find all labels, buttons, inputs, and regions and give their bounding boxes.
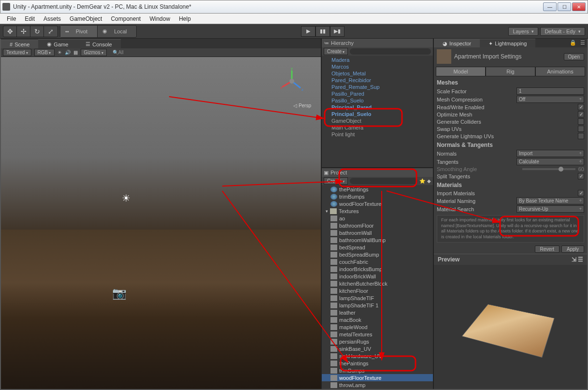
- project-item[interactable]: trimBumps: [322, 367, 433, 374]
- hierarchy-item[interactable]: Marcos: [322, 63, 433, 70]
- project-item[interactable]: persianRugs: [322, 338, 433, 345]
- pivot-toggle[interactable]: ••Pivot: [60, 26, 98, 37]
- hierarchy-item[interactable]: Main Camera: [322, 124, 433, 131]
- tab-animations[interactable]: Animations: [535, 67, 585, 76]
- tab-rig[interactable]: Rig: [486, 67, 535, 76]
- inspector-lock-icon[interactable]: 🔒: [568, 39, 578, 47]
- menu-help[interactable]: Help: [175, 14, 195, 23]
- inspector-menu-icon[interactable]: ☰: [578, 39, 587, 47]
- menu-file[interactable]: File: [3, 14, 20, 23]
- project-item[interactable]: bedSpread: [322, 244, 433, 251]
- minimize-button[interactable]: —: [543, 2, 557, 11]
- project-item[interactable]: indoorBricksBump: [322, 265, 433, 273]
- menu-gameobject[interactable]: GameObject: [66, 14, 106, 23]
- scene-audio-toggle[interactable]: 🔊: [65, 50, 71, 55]
- mesh-compression-dropdown[interactable]: Off: [516, 96, 584, 103]
- local-toggle[interactable]: ◉Local: [98, 26, 136, 37]
- hierarchy-item[interactable]: Objetos_Metal: [322, 70, 433, 77]
- light-gizmo-icon[interactable]: ☀: [122, 192, 130, 204]
- close-button[interactable]: ✕: [572, 2, 586, 11]
- tab-game[interactable]: ◉ Game: [38, 39, 77, 48]
- swap-uvs-checkbox[interactable]: [578, 126, 584, 132]
- move-tool[interactable]: ✢: [17, 26, 30, 37]
- orientation-gizmo[interactable]: y x z: [277, 67, 306, 96]
- project-item[interactable]: indoorBrickWall: [322, 273, 433, 280]
- apply-button[interactable]: Apply: [561, 246, 584, 253]
- menu-component[interactable]: Component: [107, 14, 144, 23]
- project-item[interactable]: trimBumps: [322, 193, 433, 200]
- maximize-button[interactable]: ☐: [558, 2, 571, 11]
- project-item[interactable]: throwLamp: [322, 381, 433, 389]
- hierarchy-item[interactable]: Pared_Recibidor: [322, 77, 433, 84]
- project-item[interactable]: woodFloorTexture: [322, 374, 433, 381]
- tangents-dropdown[interactable]: Calculate: [516, 158, 584, 165]
- project-create[interactable]: Create: [324, 177, 348, 185]
- hierarchy-search[interactable]: [350, 48, 431, 55]
- hierarchy-item[interactable]: Principal_Suelo: [322, 111, 433, 117]
- preview-header[interactable]: Preview⇲ ☰: [434, 254, 587, 265]
- preview-viewport[interactable]: [434, 265, 587, 389]
- hierarchy-item[interactable]: Pasillo_Pared: [322, 90, 433, 97]
- optimize-mesh-checkbox[interactable]: [578, 111, 584, 117]
- generate-colliders-checkbox[interactable]: [578, 118, 584, 125]
- scale-tool[interactable]: ⤢: [44, 26, 57, 37]
- hierarchy-item[interactable]: Madera: [322, 57, 433, 63]
- scene-view[interactable]: ☀ 📷 y x z ◁ Persp: [1, 57, 321, 389]
- normals-dropdown[interactable]: Import: [516, 150, 584, 157]
- tab-scene[interactable]: # Scene: [1, 40, 38, 48]
- read-write-checkbox[interactable]: [578, 104, 584, 110]
- hand-tool[interactable]: ✥: [3, 26, 17, 37]
- smoothing-slider[interactable]: [522, 168, 575, 170]
- scale-factor-input[interactable]: 1: [516, 87, 584, 95]
- menu-window[interactable]: Window: [145, 14, 174, 23]
- hierarchy-item[interactable]: GameObject: [322, 117, 433, 124]
- project-item[interactable]: kitchenFloor: [322, 287, 433, 294]
- gizmos-dropdown[interactable]: Gizmos: [81, 49, 107, 56]
- menu-assets[interactable]: Assets: [40, 14, 65, 23]
- project-header[interactable]: ▣ Project: [322, 168, 433, 177]
- hierarchy-create[interactable]: Create: [324, 48, 348, 55]
- project-search[interactable]: [350, 178, 417, 184]
- project-item[interactable]: thePaintings: [322, 360, 433, 367]
- project-filter-icon[interactable]: ⭐: [419, 178, 425, 184]
- project-item[interactable]: woodFloorTexture: [322, 200, 433, 207]
- scene-light-toggle[interactable]: ☀: [57, 50, 62, 55]
- hierarchy-item[interactable]: Pared_Remate_Sup: [322, 84, 433, 90]
- import-materials-checkbox[interactable]: [578, 190, 584, 196]
- project-item[interactable]: macBook: [322, 316, 433, 323]
- project-item[interactable]: ao: [322, 215, 433, 222]
- project-item[interactable]: mapleWood: [322, 323, 433, 331]
- generate-lightmap-checkbox[interactable]: [578, 133, 584, 139]
- revert-button[interactable]: Revert: [535, 246, 559, 253]
- camera-gizmo-icon[interactable]: 📷: [112, 287, 127, 300]
- play-button[interactable]: ▶: [301, 26, 316, 37]
- project-item[interactable]: leather: [322, 309, 433, 316]
- project-item[interactable]: bathroomWallBump: [322, 236, 433, 244]
- hierarchy-item[interactable]: Principal_Pared: [322, 104, 433, 111]
- project-item[interactable]: bedSpreadBump: [322, 251, 433, 258]
- search-all[interactable]: 🔍All: [113, 50, 124, 55]
- project-item[interactable]: bathroomFloor: [322, 222, 433, 229]
- project-item[interactable]: thePaintings: [322, 186, 433, 193]
- layers-dropdown[interactable]: Layers: [508, 27, 538, 36]
- project-item[interactable]: kitchenButcherBlock: [322, 280, 433, 287]
- project-item[interactable]: lampShadeTIF 1: [322, 302, 433, 309]
- material-search-dropdown[interactable]: Recursive-Up: [516, 205, 584, 213]
- scene-fx-toggle[interactable]: ▦: [73, 50, 78, 55]
- split-tangents-checkbox[interactable]: [578, 173, 584, 179]
- step-button[interactable]: ▶▮: [330, 26, 344, 37]
- rotate-tool[interactable]: ↻: [30, 26, 44, 37]
- layout-dropdown[interactable]: Default - Edy: [540, 27, 585, 36]
- tab-console[interactable]: ☰ Console: [77, 39, 120, 48]
- project-item[interactable]: lampShadeTIF: [322, 294, 433, 302]
- open-button[interactable]: Open: [564, 53, 584, 60]
- tab-model[interactable]: Model: [436, 67, 486, 76]
- project-type-icon[interactable]: ◆: [427, 178, 431, 184]
- project-item[interactable]: couchFabric: [322, 258, 433, 265]
- hierarchy-header[interactable]: ≔ Hierarchy: [322, 39, 433, 47]
- project-item[interactable]: ▾ Textures: [322, 207, 433, 215]
- shading-dropdown[interactable]: Textured: [3, 49, 31, 56]
- pause-button[interactable]: ▮▮: [316, 26, 330, 37]
- rgb-dropdown[interactable]: RGB: [34, 49, 55, 56]
- hierarchy-item[interactable]: Point light: [322, 131, 433, 138]
